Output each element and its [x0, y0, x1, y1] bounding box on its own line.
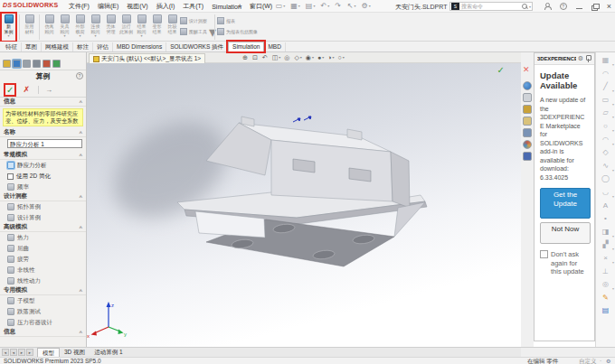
new-study-button[interactable]: 新 算例 ▾	[2, 14, 15, 41]
manager-tab-icon[interactable]	[13, 60, 21, 68]
menu-item[interactable]: 工具(T)	[183, 2, 203, 11]
sketch-tool-button[interactable]: ◨▾	[596, 226, 615, 239]
pin-icon[interactable]	[585, 55, 591, 62]
command-tab[interactable]: 标注	[73, 42, 93, 51]
manager-tab-icon[interactable]	[52, 60, 61, 68]
study-type-option[interactable]: 使用 2D 简化	[0, 171, 86, 182]
tab-nav-arrow[interactable]: ▸	[26, 349, 33, 356]
part-model[interactable]: z x y	[87, 63, 521, 347]
ribbon-button[interactable]: 夹具 顾问 ▾	[57, 14, 72, 38]
command-tab[interactable]: 网格建模	[42, 42, 73, 51]
tab-nav-arrow[interactable]: ◂	[10, 349, 17, 356]
view-tool-button[interactable]: ◎	[284, 53, 290, 62]
sketch-tool-button[interactable]: ╱▾	[596, 80, 615, 94]
sketch-tool-button[interactable]: ✎	[596, 292, 615, 305]
manager-tab-icon[interactable]	[43, 60, 51, 68]
collapse-chevron-icon[interactable]: ^	[79, 225, 82, 230]
ribbon-button[interactable]: 比较 结果	[165, 14, 180, 38]
section-header[interactable]: 信息^	[0, 328, 86, 337]
sketch-tool-button[interactable]: ◯	[596, 173, 615, 186]
ribbon-button[interactable]: 仿真 顾问	[42, 14, 57, 38]
command-tab[interactable]: MBD	[264, 42, 285, 51]
not-now-button[interactable]: Not Now	[540, 222, 591, 244]
sketch-tool-button[interactable]: ◠▾	[596, 134, 615, 147]
search-input[interactable]: 搜索命令	[461, 3, 522, 11]
manager-tab-icon[interactable]	[33, 60, 41, 68]
sketch-tool-button[interactable]: ▱▾	[596, 107, 615, 120]
dropdown-arrow-icon[interactable]: ▾	[369, 2, 371, 11]
include-image-report-button[interactable]: 为报表包括图像	[217, 26, 273, 37]
ok-button[interactable]: ✓	[5, 85, 14, 95]
menu-item[interactable]: 视图(V)	[127, 2, 147, 11]
dropdown-arrow-icon[interactable]: ▾	[343, 53, 345, 62]
collapse-chevron-icon[interactable]: ^	[79, 288, 82, 294]
sketch-tool-button[interactable]: ◡▾	[596, 186, 615, 200]
quick-toolbar-button[interactable]: ⚙▾	[362, 2, 371, 11]
dropdown-arrow-icon[interactable]: ▾	[2, 34, 15, 38]
view-tool-button[interactable]: ◑▾	[327, 53, 334, 62]
view-tool-button[interactable]: ↶	[262, 53, 269, 62]
plot-tools-button[interactable]: 图解工具▾	[180, 26, 213, 37]
command-tab[interactable]: SOLIDWORKS 插件	[166, 42, 228, 51]
customize-link[interactable]: 自定义	[579, 358, 597, 364]
task-pane-tab-icon[interactable]	[523, 152, 532, 161]
sketch-tool-button[interactable]: ∿▾	[596, 160, 615, 173]
collapse-chevron-icon[interactable]: ^	[79, 194, 82, 200]
command-tab[interactable]: 评估	[93, 42, 113, 51]
quick-toolbar-button[interactable]: ▦▾	[290, 2, 300, 11]
cancel-x-icon[interactable]: ✕	[523, 65, 530, 74]
quick-toolbar-button[interactable]: ↷	[335, 2, 342, 11]
favorites-star-icon[interactable]: ★	[237, 3, 242, 10]
search-scope-badge[interactable]: S	[451, 3, 459, 10]
manager-tab-icon[interactable]	[3, 60, 11, 68]
task-pane-tab-icon[interactable]	[523, 140, 532, 149]
dropdown-arrow-icon[interactable]: ▾	[313, 2, 315, 11]
sketch-tool-button[interactable]: ▭▾	[596, 94, 615, 107]
sketch-tool-button[interactable]: ▦▾	[596, 54, 615, 68]
menu-item[interactable]: 编辑(E)	[98, 2, 118, 11]
dont-ask-checkbox[interactable]	[540, 250, 548, 258]
quick-toolbar-button[interactable]: ⌂	[256, 2, 261, 11]
section-header[interactable]: 信息^	[0, 98, 86, 107]
view-tool-button[interactable]: ⊕	[242, 53, 249, 62]
dropdown-arrow-icon[interactable]: ▾	[88, 34, 103, 38]
sketch-tool-button[interactable]: •	[596, 212, 615, 226]
task-pane-tab-icon[interactable]	[523, 93, 532, 102]
dropdown-arrow-icon[interactable]: ▾	[298, 2, 300, 11]
task-pane-tab-icon[interactable]	[523, 81, 532, 90]
restore-button[interactable]	[591, 4, 598, 10]
task-pane-tab-icon[interactable]	[523, 105, 532, 114]
quick-toolbar-button[interactable]: ↖▾	[347, 2, 356, 11]
menu-item[interactable]: 文件(F)	[69, 2, 90, 11]
tab-nav-arrow[interactable]: ▸	[18, 349, 25, 356]
dropdown-arrow-icon[interactable]: ▾	[72, 34, 88, 38]
apply-material-button[interactable]: 应用 材料	[22, 14, 37, 34]
view-tool-button[interactable]: ⊡	[252, 53, 259, 62]
bottom-tab[interactable]: 运动算例 1	[90, 348, 127, 357]
study-type-option[interactable]: 压力容器设计	[0, 317, 86, 328]
study-name-input[interactable]: 静应力分析 1	[7, 139, 82, 148]
ribbon-button[interactable]: 结果 顾问 ▾	[134, 14, 149, 38]
ribbon-button[interactable]: 外部 载荷 ▾	[72, 14, 88, 38]
view-tool-button[interactable]: ◉▾	[306, 53, 314, 62]
report-button[interactable]: 报表	[217, 15, 273, 26]
dropdown-arrow-icon[interactable]: ▾	[57, 34, 72, 38]
sketch-tool-button[interactable]: ◎▾	[596, 278, 615, 292]
dropdown-arrow-icon[interactable]: ▾	[279, 53, 280, 62]
view-tool-button[interactable]: ◇▾	[294, 53, 301, 62]
search-icon[interactable]	[522, 4, 528, 10]
section-header[interactable]: 常规模拟^	[0, 151, 86, 160]
bottom-tab[interactable]: 3D 视图	[60, 348, 90, 357]
sketch-tool-button[interactable]: ⊥	[596, 266, 615, 279]
sketch-tool-button[interactable]: A	[596, 200, 615, 213]
ribbon-button[interactable]: 变形 结果	[149, 14, 165, 38]
document-tab[interactable]: 天安门头 (默认) <<默认>_显示状态 1>	[89, 53, 205, 63]
bottom-tab[interactable]: 模型	[37, 348, 60, 357]
search-dropdown-icon[interactable]: ▾	[529, 5, 531, 9]
section-header[interactable]: 专用模拟^	[0, 286, 86, 295]
pin-button[interactable]: →	[38, 86, 52, 94]
sketch-tool-button[interactable]: ◇	[596, 146, 615, 160]
study-type-option[interactable]: 静应力分析	[0, 160, 86, 171]
section-header[interactable]: 设计洞察^	[0, 192, 86, 201]
study-type-option[interactable]: 设计算例	[0, 212, 86, 223]
